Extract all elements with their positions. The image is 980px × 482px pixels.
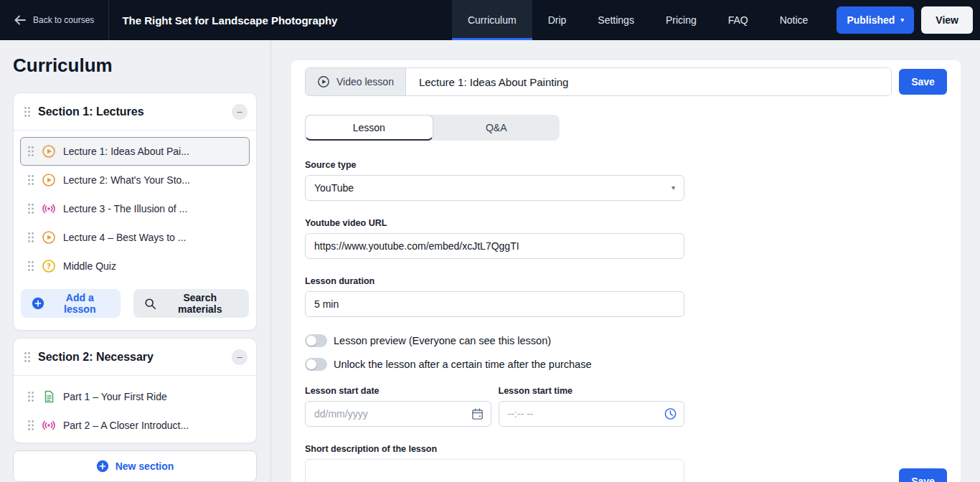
lesson-duration-field: Lesson duration — [305, 276, 684, 317]
lesson-item-lecture-2[interactable]: Lecture 2: What's Your Sto... — [20, 166, 250, 194]
search-materials-label: Search materials — [162, 292, 238, 315]
lesson-duration-input[interactable] — [305, 291, 684, 317]
play-circle-icon — [42, 173, 56, 187]
nav-tab-curriculum[interactable]: Curriculum — [452, 0, 532, 40]
document-icon — [42, 389, 56, 404]
published-label: Published — [847, 14, 895, 26]
topbar-actions: Published ▾ View — [824, 0, 980, 40]
lesson-item-lecture-3[interactable]: Lecture 3 - The Illusion of ... — [20, 194, 250, 223]
lesson-label: Lecture 1: Ideas About Pai... — [63, 146, 189, 157]
collapse-section-button[interactable]: – — [232, 104, 248, 120]
course-title: The Right Set for Landscape Photography — [109, 0, 350, 40]
lesson-editor-area: Video lesson Save Lesson Q&A Source type… — [271, 40, 980, 482]
back-label: Back to courses — [33, 15, 94, 25]
tab-qa[interactable]: Q&A — [433, 115, 560, 141]
nav-tab-notice[interactable]: Notice — [764, 0, 824, 40]
audio-broadcast-icon — [42, 418, 56, 433]
start-date-time-row: Lesson start date Lesson start time — [305, 386, 684, 427]
drag-handle-icon[interactable] — [27, 203, 34, 214]
drag-handle-icon[interactable] — [24, 106, 31, 118]
lesson-label: Part 1 – Your First Ride — [63, 391, 167, 402]
nav-tab-pricing[interactable]: Pricing — [650, 0, 712, 40]
lesson-item-lecture-4[interactable]: Lecture 4 – Best Ways to ... — [20, 223, 250, 252]
drag-handle-icon[interactable] — [27, 260, 34, 272]
lesson-tabs: Lesson Q&A — [305, 115, 560, 141]
source-type-label: Source type — [305, 160, 684, 170]
nav-tab-drip[interactable]: Drip — [532, 0, 583, 40]
quiz-question-icon: ? — [42, 259, 56, 273]
search-materials-button[interactable]: Search materials — [133, 289, 249, 318]
drag-handle-icon[interactable] — [27, 391, 34, 402]
start-date-field: Lesson start date — [305, 386, 491, 427]
top-navigation: Curriculum Drip Settings Pricing FAQ Not… — [452, 0, 824, 40]
section-card-2: Section 2: Necessary – Part 1 – Your Fir… — [13, 338, 257, 443]
description-editor[interactable] — [305, 459, 684, 482]
start-date-input[interactable] — [305, 401, 491, 427]
drag-handle-icon[interactable] — [27, 232, 34, 243]
source-type-select[interactable]: YouTube ▾ — [305, 175, 684, 201]
drag-handle-icon[interactable] — [27, 174, 34, 186]
add-lesson-label: Add a lesson — [50, 292, 110, 315]
section-1-actions: Add a lesson Search materials — [14, 283, 256, 330]
start-time-input[interactable] — [499, 401, 685, 427]
save-button[interactable]: Save — [899, 69, 947, 95]
lesson-editor-panel: Video lesson Save Lesson Q&A Source type… — [291, 60, 961, 482]
curriculum-sidebar: Curriculum Section 1: Lectures – — [0, 40, 271, 482]
youtube-url-input[interactable] — [305, 233, 684, 259]
youtube-url-field: Youtube video URL — [305, 218, 684, 259]
lesson-item-middle-quiz[interactable]: ? Middle Quiz — [20, 252, 250, 280]
source-type-field: Source type YouTube ▾ — [305, 160, 684, 201]
nav-tab-faq[interactable]: FAQ — [712, 0, 764, 40]
plus-circle-icon — [96, 460, 109, 473]
start-time-field: Lesson start time — [499, 386, 685, 427]
collapse-section-button[interactable]: – — [232, 349, 248, 365]
unlock-lesson-label: Unlock the lesson after a certain time a… — [334, 359, 591, 370]
lesson-type-selector[interactable]: Video lesson — [306, 68, 406, 95]
lesson-label: Middle Quiz — [63, 260, 116, 272]
lesson-item-part-1[interactable]: Part 1 – Your First Ride — [20, 382, 250, 411]
play-circle-icon — [317, 75, 330, 88]
drag-handle-icon[interactable] — [27, 420, 34, 431]
section-2-header: Section 2: Necessary – — [14, 339, 256, 376]
new-section-button[interactable]: New section — [13, 450, 257, 482]
drag-handle-icon[interactable] — [27, 146, 34, 157]
lesson-item-part-2[interactable]: Part 2 – A Closer Introduct... — [20, 411, 250, 440]
section-1-header: Section 1: Lectures – — [14, 93, 256, 131]
source-type-value: YouTube — [314, 182, 354, 194]
topbar: Back to courses The Right Set for Landsc… — [0, 0, 980, 40]
section-card-1: Section 1: Lectures – Lecture 1: Ideas A… — [13, 93, 257, 331]
lesson-preview-toggle[interactable] — [305, 334, 327, 347]
play-circle-icon — [42, 144, 56, 159]
lesson-label: Lecture 2: What's Your Sto... — [63, 174, 190, 186]
unlock-lesson-toggle[interactable] — [305, 358, 327, 371]
save-button-bottom[interactable]: Save — [899, 468, 947, 482]
lesson-title-group: Video lesson — [305, 67, 892, 96]
lesson-label: Lecture 4 – Best Ways to ... — [63, 232, 186, 243]
published-status-button[interactable]: Published ▾ — [837, 6, 914, 34]
chevron-down-icon: ▾ — [672, 184, 675, 192]
page-title: Curriculum — [13, 55, 257, 77]
back-to-courses-button[interactable]: Back to courses — [0, 0, 108, 40]
start-time-label: Lesson start time — [499, 386, 685, 396]
tab-lesson[interactable]: Lesson — [305, 115, 433, 141]
audio-broadcast-icon — [42, 202, 56, 216]
section-1-lesson-list: Lecture 1: Ideas About Pai... Lecture 2:… — [14, 131, 256, 283]
lesson-title-input[interactable] — [406, 68, 891, 95]
lesson-preview-label: Lesson preview (Everyone can see this le… — [334, 335, 551, 346]
nav-tab-settings[interactable]: Settings — [582, 0, 650, 40]
view-button[interactable]: View — [921, 6, 973, 34]
section-title: Section 2: Necessary — [38, 351, 154, 364]
unlock-toggle-row: Unlock the lesson after a certain time a… — [305, 358, 947, 371]
add-lesson-button[interactable]: Add a lesson — [21, 289, 121, 318]
clock-icon[interactable] — [664, 407, 677, 421]
youtube-url-label: Youtube video URL — [305, 218, 684, 228]
lesson-label: Part 2 – A Closer Introduct... — [63, 420, 189, 431]
drag-handle-icon[interactable] — [24, 351, 31, 363]
section-title: Section 1: Lectures — [38, 105, 144, 118]
new-section-label: New section — [116, 460, 174, 472]
description-section: Short description of the lesson Save — [305, 444, 947, 482]
lesson-duration-label: Lesson duration — [305, 276, 684, 286]
description-label: Short description of the lesson — [305, 444, 947, 454]
lesson-item-lecture-1[interactable]: Lecture 1: Ideas About Pai... — [20, 137, 250, 166]
calendar-icon[interactable] — [471, 407, 484, 421]
